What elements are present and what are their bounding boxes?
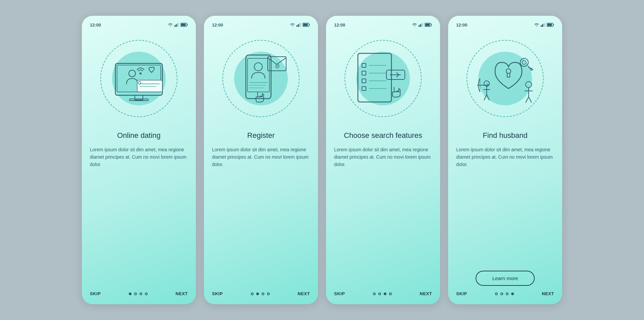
skip-button-2[interactable]: SKIP xyxy=(212,291,223,296)
status-bar-2: 12:00 xyxy=(212,22,310,28)
svg-line-67 xyxy=(487,95,489,100)
dot-3-3 xyxy=(384,292,386,295)
svg-rect-32 xyxy=(419,25,420,27)
svg-rect-20 xyxy=(301,23,301,27)
svg-point-57 xyxy=(506,69,511,73)
screen-online-dating: 12:00 xyxy=(82,16,196,304)
svg-rect-18 xyxy=(298,24,299,27)
status-time-1: 12:00 xyxy=(90,22,101,28)
status-icons-4 xyxy=(534,23,554,28)
svg-rect-38 xyxy=(431,24,432,25)
signal-icon-1 xyxy=(174,23,179,28)
status-icons-1 xyxy=(168,23,188,28)
battery-icon-3 xyxy=(425,23,432,28)
nav-dots-1 xyxy=(129,292,148,295)
dot-4-3 xyxy=(506,292,508,295)
next-button-4[interactable]: NEXT xyxy=(542,291,554,296)
svg-rect-25 xyxy=(248,58,269,92)
svg-rect-53 xyxy=(545,23,545,27)
dot-3-1 xyxy=(373,292,376,295)
dot-1-4 xyxy=(145,292,148,295)
dot-2-2 xyxy=(256,292,259,295)
svg-point-58 xyxy=(520,58,528,66)
register-svg: @ xyxy=(227,45,294,112)
nav-bar-1: SKIP NEXT xyxy=(90,291,188,296)
svg-point-70 xyxy=(526,82,532,88)
dot-4-4 xyxy=(511,292,514,295)
screen-title-1: Online dating xyxy=(117,131,161,141)
nav-bar-2: SKIP NEXT xyxy=(212,291,310,296)
svg-rect-55 xyxy=(547,23,552,26)
illustration-search-features xyxy=(339,32,427,125)
svg-point-59 xyxy=(522,60,526,64)
svg-rect-42 xyxy=(362,71,366,75)
svg-rect-44 xyxy=(362,79,366,83)
svg-rect-52 xyxy=(543,23,544,27)
svg-rect-56 xyxy=(553,24,554,25)
next-button-3[interactable]: NEXT xyxy=(420,291,432,296)
online-dating-svg xyxy=(105,47,172,110)
svg-rect-17 xyxy=(297,25,298,27)
svg-line-73 xyxy=(526,97,529,103)
svg-rect-51 xyxy=(542,24,543,27)
screen-body-2: Lorem ipsum dolor sit dim amet, mea regi… xyxy=(212,146,310,286)
dot-3-2 xyxy=(378,292,381,295)
svg-rect-34 xyxy=(421,23,422,27)
svg-rect-50 xyxy=(541,25,542,27)
status-bar-4: 12:00 xyxy=(456,22,554,28)
svg-point-26 xyxy=(254,63,262,71)
nav-dots-4 xyxy=(495,292,514,295)
next-button-2[interactable]: NEXT xyxy=(298,291,310,296)
nav-dots-3 xyxy=(373,292,392,295)
illustration-online-dating xyxy=(95,32,182,125)
dot-3-4 xyxy=(389,292,392,295)
screens-container: 12:00 xyxy=(82,16,562,304)
screen-register: 12:00 xyxy=(204,16,318,304)
dot-1-3 xyxy=(140,292,142,295)
nav-bar-4: SKIP NEXT xyxy=(456,291,554,296)
battery-icon-4 xyxy=(547,23,554,28)
dot-2-1 xyxy=(251,292,254,295)
svg-rect-1 xyxy=(176,24,177,27)
svg-rect-3 xyxy=(178,23,179,27)
nav-dots-2 xyxy=(251,292,270,295)
svg-rect-35 xyxy=(423,23,423,27)
battery-icon-2 xyxy=(303,23,310,28)
status-bar-1: 12:00 xyxy=(90,22,188,28)
svg-rect-40 xyxy=(362,63,366,67)
svg-rect-22 xyxy=(303,23,308,26)
svg-rect-0 xyxy=(174,25,175,27)
next-button-1[interactable]: NEXT xyxy=(175,291,188,296)
screen-title-2: Register xyxy=(247,131,275,141)
screen-body-4: Lorem ipsum dolor sit dim amet, mea regi… xyxy=(456,146,554,265)
dot-4-2 xyxy=(500,292,503,295)
svg-rect-23 xyxy=(309,24,310,25)
svg-point-12 xyxy=(140,72,142,74)
signal-icon-4 xyxy=(541,23,545,28)
wifi-icon-4 xyxy=(534,23,539,28)
nav-bar-3: SKIP NEXT xyxy=(334,291,432,296)
wifi-icon-1 xyxy=(168,23,173,28)
skip-button-1[interactable]: SKIP xyxy=(90,291,101,296)
screen-find-husband: 12:00 xyxy=(448,16,562,304)
svg-text:@: @ xyxy=(275,63,280,69)
signal-icon-3 xyxy=(419,23,423,28)
svg-rect-6 xyxy=(187,24,188,25)
search-features-svg xyxy=(348,45,418,112)
dot-2-3 xyxy=(262,292,264,295)
learn-more-button[interactable]: Learn more xyxy=(476,271,535,286)
status-icons-3 xyxy=(412,23,432,28)
dot-2-4 xyxy=(267,292,270,295)
wifi-icon-2 xyxy=(290,23,295,28)
dot-4-1 xyxy=(495,292,498,295)
skip-button-3[interactable]: SKIP xyxy=(334,291,345,296)
dot-1-2 xyxy=(134,292,137,295)
screen-title-3: Choose search features xyxy=(344,131,422,141)
wifi-icon-3 xyxy=(412,23,417,28)
screen-search-features: 12:00 xyxy=(326,16,440,304)
battery-icon-1 xyxy=(180,23,188,28)
status-bar-3: 12:00 xyxy=(334,22,432,28)
dot-1-1 xyxy=(129,292,131,295)
skip-button-4[interactable]: SKIP xyxy=(456,291,467,296)
svg-rect-2 xyxy=(177,23,178,27)
